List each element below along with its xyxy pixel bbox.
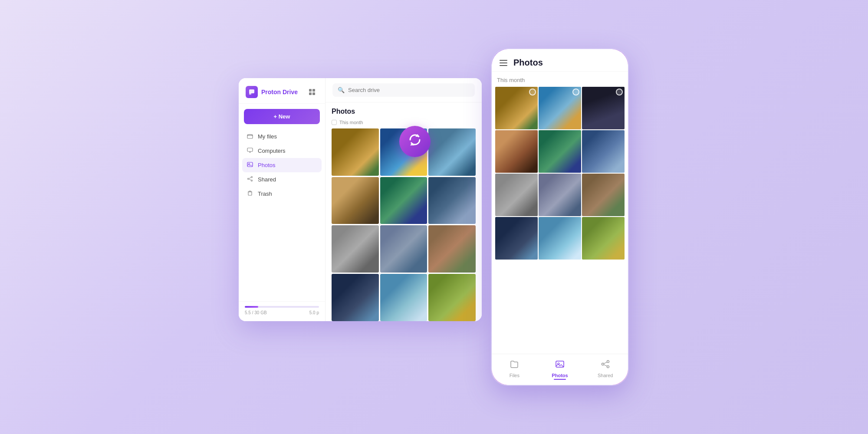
main-content: 🔍 Photos This month (326, 78, 482, 321)
nav-active-indicator (554, 379, 566, 380)
svg-rect-3 (247, 148, 253, 151)
hamburger-line-1 (500, 60, 507, 61)
phone-files-label: Files (510, 373, 519, 378)
phone-nav-shared[interactable]: Shared (582, 358, 628, 380)
hamburger-menu[interactable] (500, 60, 507, 66)
search-bar: 🔍 (326, 78, 482, 102)
sidebar: Proton Drive + New (239, 78, 326, 321)
svg-point-8 (251, 180, 253, 181)
phone-nav-files[interactable]: Files (492, 358, 537, 380)
storage-bar-background (245, 306, 319, 308)
search-icon: 🔍 (338, 87, 345, 93)
phone-shared-icon (601, 359, 610, 371)
photo-cell-12[interactable] (428, 274, 476, 321)
photo-cell-9[interactable] (428, 225, 476, 273)
shared-icon (247, 176, 253, 183)
phone-photo-grid-top (495, 87, 625, 129)
sidebar-item-computers[interactable]: Computers (242, 144, 322, 158)
search-input[interactable] (348, 87, 470, 93)
photo-select-3[interactable] (616, 89, 623, 95)
hamburger-line-3 (500, 65, 507, 66)
svg-rect-9 (248, 192, 252, 195)
desktop-photo-grid (332, 128, 476, 321)
phone-files-icon (510, 359, 519, 371)
sync-icon (407, 132, 423, 151)
sidebar-header: Proton Drive (239, 78, 325, 104)
phone-photo-grid-row4 (495, 217, 625, 260)
phone-nav-photos[interactable]: Photos (537, 358, 583, 380)
photos-icon (247, 161, 253, 169)
phone-bottom-nav: Files Photos (492, 354, 628, 385)
photo-cell-4[interactable] (332, 177, 379, 224)
shared-label: Shared (258, 176, 276, 183)
svg-point-6 (248, 178, 249, 180)
svg-point-7 (251, 177, 253, 178)
storage-right: 5.0 p (309, 310, 319, 315)
mobile-phone-container: Photos This month (488, 48, 629, 386)
this-month-label: This month (332, 120, 476, 125)
sidebar-item-trash[interactable]: Trash (242, 187, 322, 201)
phone-photo-top-1[interactable] (495, 87, 538, 129)
logo-area: Proton Drive (246, 86, 298, 98)
month-checkbox[interactable] (332, 120, 337, 125)
search-input-wrap[interactable]: 🔍 (332, 83, 475, 97)
proton-logo-icon (246, 86, 258, 98)
svg-point-15 (607, 361, 609, 363)
phone-page-title: Photos (513, 58, 543, 68)
my-files-label: My files (258, 133, 277, 140)
phone-photo-r2-1[interactable] (495, 130, 538, 173)
sidebar-item-photos[interactable]: Photos (242, 158, 322, 172)
app-title: Proton Drive (261, 89, 298, 95)
phone-photo-r2-2[interactable] (539, 130, 581, 173)
phone-content: Photos This month (492, 49, 628, 385)
phone-photo-r3-1[interactable] (495, 174, 538, 216)
phone-photo-r2-3[interactable] (582, 130, 625, 173)
my-files-icon (247, 133, 253, 140)
photo-cell-1[interactable] (332, 128, 379, 176)
photos-label: Photos (258, 162, 275, 168)
svg-point-16 (607, 366, 609, 368)
computers-label: Computers (258, 148, 286, 154)
trash-label: Trash (258, 191, 272, 197)
storage-area: 5.5 / 30 GB 5.0 p (239, 301, 325, 321)
phone-photo-r3-3[interactable] (582, 174, 625, 216)
photo-cell-6[interactable] (428, 177, 476, 224)
photo-cell-5[interactable] (380, 177, 427, 224)
phone-photo-top-3[interactable] (582, 87, 625, 129)
desktop-app-window: Proton Drive + New (239, 78, 482, 321)
phone-this-month-label: This month (495, 77, 625, 83)
phone-header: Photos (492, 49, 628, 72)
phone-photo-top-2[interactable] (539, 87, 581, 129)
storage-bar-fill (245, 306, 258, 308)
phone-photo-r3-2[interactable] (539, 174, 581, 216)
photo-select-2[interactable] (572, 89, 579, 95)
photo-cell-7[interactable] (332, 225, 379, 273)
phone-photo-grid-row2 (495, 130, 625, 173)
phone-photo-grid-row3 (495, 174, 625, 216)
hamburger-line-2 (500, 62, 507, 63)
nav-items: My files Computers (239, 128, 325, 301)
grid-icon-button[interactable] (306, 86, 318, 98)
svg-rect-1 (249, 92, 251, 95)
sidebar-item-my-files[interactable]: My files (242, 129, 322, 144)
photo-select-1[interactable] (529, 89, 536, 95)
phone-photos-label: Photos (552, 373, 568, 378)
trash-icon (247, 190, 253, 197)
storage-used: 5.5 / 30 GB (245, 310, 267, 315)
storage-text: 5.5 / 30 GB 5.0 p (245, 310, 319, 315)
photo-cell-8[interactable] (380, 225, 427, 273)
photos-section-title: Photos (332, 108, 476, 115)
phone-photo-r4-2[interactable] (539, 217, 581, 260)
sidebar-item-shared[interactable]: Shared (242, 172, 322, 187)
phone-photos-icon (555, 359, 565, 371)
photo-cell-3[interactable] (428, 128, 476, 176)
photo-cell-10[interactable] (332, 274, 379, 321)
phone-shared-label: Shared (598, 373, 613, 378)
computers-icon (247, 147, 253, 155)
photo-cell-11[interactable] (380, 274, 427, 321)
sync-button[interactable] (399, 126, 431, 157)
phone-photo-r4-3[interactable] (582, 217, 625, 260)
phone-scroll-area: This month (492, 72, 628, 354)
phone-photo-r4-1[interactable] (495, 217, 538, 260)
new-button[interactable]: + New (244, 109, 320, 124)
